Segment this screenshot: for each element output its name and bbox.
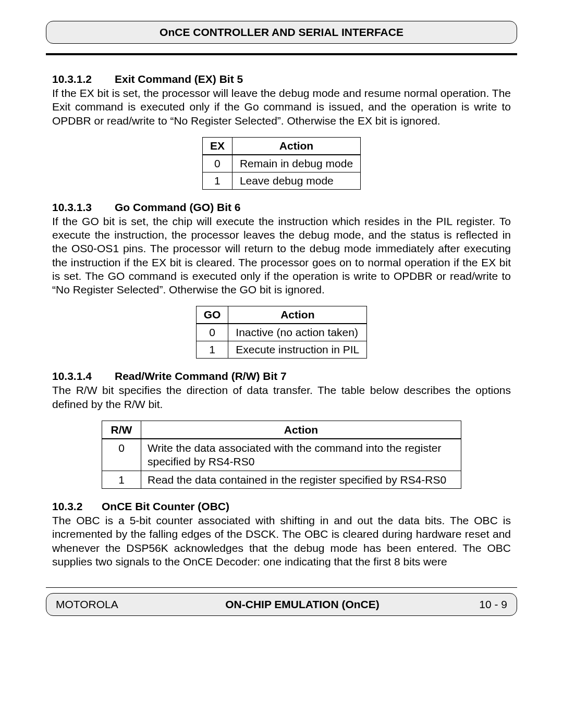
footer-left: MOTOROLA — [56, 598, 139, 611]
ex-bit-table: EX Action 0 Remain in debug mode 1 Leave… — [202, 137, 361, 190]
table-cell-action: Write the data associated with the comma… — [141, 439, 461, 471]
table-cell-code: 0 — [196, 324, 228, 341]
page-header-title: OnCE CONTROLLER AND SERIAL INTERFACE — [160, 26, 403, 38]
table-cell-code: 1 — [102, 471, 141, 489]
table-header-action: Action — [232, 137, 360, 155]
section-heading-10-3-1-2: 10.3.1.2Exit Command (EX) Bit 5 — [52, 73, 511, 85]
header-rule — [46, 53, 517, 55]
section-para-10-3-1-3: If the GO bit is set, the chip will exec… — [52, 215, 511, 297]
table-row: 0 Write the data associated with the com… — [102, 439, 461, 471]
table-cell-action: Read the data contained in the register … — [141, 471, 461, 489]
section-heading-10-3-1-3: 10.3.1.3Go Command (GO) Bit 6 — [52, 201, 511, 214]
footer-center: ON-CHIP EMULATION (OnCE) — [139, 598, 466, 611]
section-number: 10.3.1.2 — [52, 73, 115, 85]
table-row: 1 Execute instruction in PIL — [196, 341, 367, 359]
section-number: 10.3.1.4 — [52, 370, 115, 382]
table-cell-code: 1 — [196, 341, 228, 359]
page: OnCE CONTROLLER AND SERIAL INTERFACE 10.… — [0, 0, 563, 632]
table-cell-code: 0 — [102, 439, 141, 471]
table-header-go: GO — [196, 306, 228, 324]
go-bit-table: GO Action 0 Inactive (no action taken) 1… — [196, 306, 368, 359]
table-header-row: EX Action — [202, 137, 360, 155]
table-header-ex: EX — [202, 137, 232, 155]
rw-bit-table: R/W Action 0 Write the data associated w… — [102, 421, 461, 489]
table-row: 1 Read the data contained in the registe… — [102, 471, 461, 489]
section-para-10-3-2: The OBC is a 5-bit counter associated wi… — [52, 514, 511, 569]
section-number: 10.3.2 — [52, 500, 102, 513]
section-title: Exit Command (EX) Bit 5 — [115, 73, 243, 85]
table-row: 0 Remain in debug mode — [202, 155, 360, 172]
table-cell-code: 0 — [202, 155, 232, 172]
table-header-action: Action — [228, 306, 367, 324]
table-header-rw: R/W — [102, 421, 141, 439]
table-row: 1 Leave debug mode — [202, 172, 360, 189]
table-row: 0 Inactive (no action taken) — [196, 324, 367, 341]
table-cell-code: 1 — [202, 172, 232, 189]
section-heading-10-3-2: 10.3.2OnCE Bit Counter (OBC) — [52, 500, 511, 513]
table-header-row: GO Action — [196, 306, 367, 324]
section-para-10-3-1-4: The R/W bit specifies the direction of d… — [52, 384, 511, 411]
section-heading-10-3-1-4: 10.3.1.4Read/Write Command (R/W) Bit 7 — [52, 370, 511, 382]
page-header-pill: OnCE CONTROLLER AND SERIAL INTERFACE — [46, 21, 517, 44]
section-title: Read/Write Command (R/W) Bit 7 — [115, 370, 287, 382]
table-cell-action: Leave debug mode — [232, 172, 360, 189]
table-header-action: Action — [141, 421, 461, 439]
footer-rule — [46, 587, 517, 588]
section-title: OnCE Bit Counter (OBC) — [102, 500, 229, 512]
section-number: 10.3.1.3 — [52, 201, 115, 214]
table-header-row: R/W Action — [102, 421, 461, 439]
section-title: Go Command (GO) Bit 6 — [115, 201, 241, 213]
footer-right: 10 - 9 — [466, 598, 507, 611]
page-footer-pill: MOTOROLA ON-CHIP EMULATION (OnCE) 10 - 9 — [46, 593, 517, 616]
table-cell-action: Inactive (no action taken) — [228, 324, 367, 341]
table-cell-action: Remain in debug mode — [232, 155, 360, 172]
section-para-10-3-1-2: If the EX bit is set, the processor will… — [52, 87, 511, 128]
table-cell-action: Execute instruction in PIL — [228, 341, 367, 359]
content-area: 10.3.1.2Exit Command (EX) Bit 5 If the E… — [52, 73, 511, 569]
